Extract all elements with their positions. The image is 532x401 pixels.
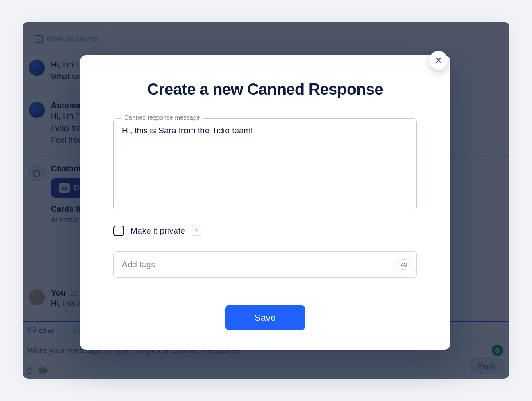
save-button[interactable]: Save (225, 305, 305, 330)
help-icon[interactable]: ? (192, 226, 201, 236)
close-button[interactable] (429, 51, 448, 70)
tags-field[interactable]: 40 (113, 251, 417, 278)
make-private-row: Make it private ? (113, 226, 417, 236)
modal-title: Create a new Canned Response (113, 80, 417, 99)
canned-response-message-input[interactable] (113, 118, 417, 210)
message-field: Canned response message (113, 118, 417, 212)
make-private-checkbox[interactable] (113, 226, 124, 236)
tags-input[interactable] (122, 260, 397, 269)
tags-remaining-badge: 40 (397, 259, 411, 270)
make-private-label: Make it private (130, 226, 185, 236)
save-label: Save (254, 312, 276, 323)
message-field-label: Canned response message (121, 114, 203, 121)
create-canned-response-modal: Create a new Canned Response Canned resp… (80, 55, 450, 350)
close-icon (434, 56, 442, 64)
